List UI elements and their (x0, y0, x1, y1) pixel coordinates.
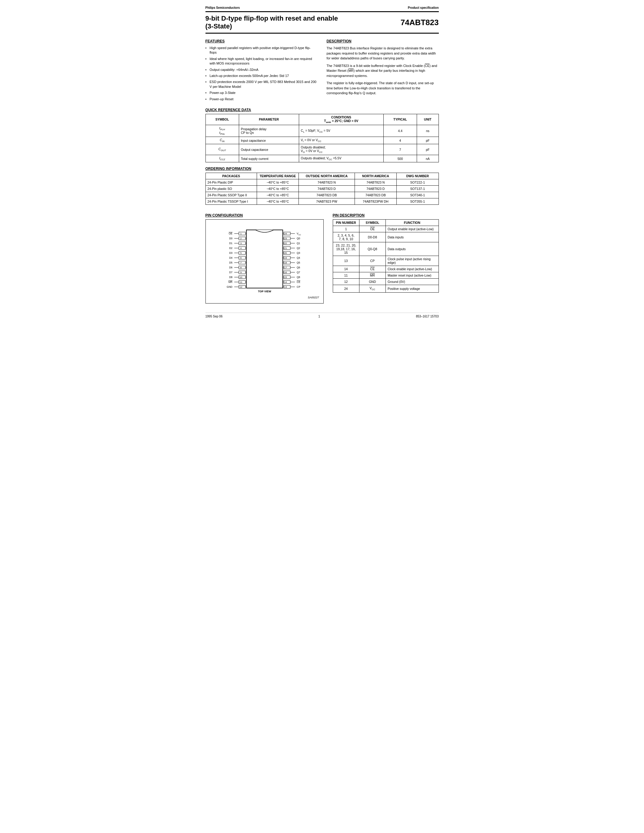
qrd-col-symbol: SYMBOL (206, 114, 239, 125)
svg-text:18: 18 (284, 261, 287, 264)
pin-diagram-svg: 1 OE 2 D0 3 D1 4 D2 5 (210, 224, 319, 294)
pin-number: 14 (333, 266, 359, 272)
svg-rect-26 (239, 261, 245, 264)
description-para-3: The register is fully edge-triggered. Th… (327, 80, 439, 96)
svg-text:4: 4 (240, 247, 242, 249)
svg-text:OE: OE (229, 232, 232, 235)
feature-item: High speed parallel registers with posit… (206, 46, 317, 55)
footer: 1995 Sep 06 1 853–1617 15703 (206, 313, 439, 318)
pin-symbol: Q0-Q8 (359, 242, 385, 256)
qrd-unit: nA (417, 155, 438, 162)
pin-description-column: PIN DESCRIPTION PIN NUMBER SYMBOL FUNCTI… (333, 209, 439, 304)
pin-symbol: MR (359, 272, 385, 279)
svg-text:3: 3 (240, 242, 242, 245)
footer-page: 1 (319, 315, 320, 318)
svg-text:1: 1 (240, 232, 242, 235)
qrd-col-typical: TYPICAL (383, 114, 417, 125)
svg-text:GND: GND (227, 285, 232, 288)
table-row: 24-Pin Plastic SSOP Type II −40°C to +85… (206, 192, 438, 198)
pin-section: PIN CONFIGURATION 1 OE 2 D0 (206, 209, 439, 304)
ord-na: 74ABT823 DB (354, 192, 396, 198)
svg-text:D4: D4 (229, 256, 232, 259)
qrd-conditions: CL = 50pF; VCC = 5V (299, 125, 383, 137)
footer-date: 1995 Sep 06 (206, 315, 223, 318)
svg-text:20: 20 (284, 252, 287, 254)
svg-text:D3: D3 (229, 251, 232, 254)
ord-na: 74ABT823 D (354, 186, 396, 192)
svg-text:Q1: Q1 (297, 242, 300, 245)
table-row: CIN Input capacitance VI = 0V or VCC 4 p… (206, 137, 438, 144)
part-number: 74ABT823 (401, 18, 439, 27)
svg-text:Q4: Q4 (297, 256, 300, 259)
pin-description-table: PIN NUMBER SYMBOL FUNCTION 1 OE Output e… (333, 219, 439, 292)
pin-description-title: PIN DESCRIPTION (333, 213, 439, 217)
svg-text:D2: D2 (229, 246, 232, 249)
main-title: 9-bit D-type flip-flop with reset and en… (206, 14, 338, 30)
table-row: 24-Pin Plastic TSSOP Type I −40°C to +85… (206, 198, 438, 205)
svg-text:Q3: Q3 (297, 251, 300, 254)
description-para-2: The 74ABT823 is a 9-bit wide buffered re… (327, 63, 439, 79)
svg-text:D8: D8 (229, 276, 232, 279)
qrd-typical: 4 (383, 137, 417, 144)
svg-text:14: 14 (284, 281, 287, 283)
qrd-parameter: Total supply current (239, 155, 299, 162)
svg-text:CE: CE (297, 280, 300, 283)
feature-item: ESD protection exceeds 2000 V per MIL ST… (206, 80, 317, 89)
pin-symbol: GND (359, 279, 385, 285)
svg-text:D0: D0 (229, 237, 232, 240)
ord-outside-na: 74ABT823 PW (299, 198, 355, 205)
table-row: 13 CP Clock pulse input (active rising e… (333, 256, 438, 266)
pin-symbol: OE (359, 226, 385, 232)
pin-col-function: FUNCTION (386, 220, 439, 226)
qrd-symbol: COUT (206, 144, 239, 155)
pin-number: 1 (333, 226, 359, 232)
ord-package: 24-Pin plastic SO (206, 186, 257, 192)
ord-package: 24-Pin Plastic DIP (206, 179, 257, 186)
feature-item: Power-up 3-State (206, 90, 317, 95)
features-column: FEATURES High speed parallel registers w… (206, 39, 317, 103)
doc-header: Philips Semiconductors Product specifica… (206, 6, 439, 10)
ordering-section: ORDERING INFORMATION PACKAGES TEMPERATUR… (206, 167, 439, 205)
svg-text:6: 6 (240, 257, 242, 259)
svg-rect-22 (239, 256, 245, 259)
svg-text:10: 10 (240, 276, 242, 279)
pin-symbol: D0-D8 (359, 232, 385, 242)
features-title: FEATURES (206, 39, 317, 43)
feature-item: Latch-up protection exceeds 500mA per Je… (206, 74, 317, 78)
pin-function: Ground (0V) (386, 279, 439, 285)
pin-col-symbol: SYMBOL (359, 220, 385, 226)
qrd-col-conditions: CONDITIONSTamb = 25°C; GND = 0V (299, 114, 383, 125)
description-column: DESCRIPTION The 74ABT823 Bus interface R… (327, 39, 439, 103)
svg-text:VCC: VCC (297, 232, 301, 236)
pin-function: Data inputs (386, 232, 439, 242)
pin-config-box: 1 OE 2 D0 3 D1 4 D2 5 (206, 219, 324, 304)
qrd-typical: 7 (383, 144, 417, 155)
ordering-title: ORDERING INFORMATION (206, 167, 439, 171)
ord-dwg: SOT355-1 (397, 198, 438, 205)
description-title: DESCRIPTION (327, 39, 439, 43)
feature-item: Ideal where high speed, light loading, o… (206, 57, 317, 66)
pin-symbol: CP (359, 256, 385, 266)
table-row: 2, 3, 4, 5, 6,7, 8, 9, 10 D0-D8 Data inp… (333, 232, 438, 242)
svg-text:7: 7 (240, 261, 242, 264)
svg-text:11: 11 (240, 281, 242, 283)
table-row: tPLHtPHL Propagation delayCP to Qn CL = … (206, 125, 438, 137)
svg-text:8: 8 (240, 266, 242, 269)
svg-text:24: 24 (284, 232, 287, 235)
ord-outside-na: 74ABT823 D (299, 186, 355, 192)
pin-number: 23, 22, 21, 20,19,18, 17, 16, 15 (333, 242, 359, 256)
pin-function: Output enable input (active-Low) (386, 226, 439, 232)
table-row: 24 VCC Positive supply voltage (333, 285, 438, 292)
quick-reference-title: QUICK REFERENCE DATA (206, 108, 439, 112)
table-row: 1 OE Output enable input (active-Low) (333, 226, 438, 232)
svg-text:17: 17 (284, 266, 287, 269)
table-row: ICCZ Total supply current Outputs disabl… (206, 155, 438, 162)
ord-col-temp: TEMPERATURE RANGE (257, 173, 298, 179)
svg-text:22: 22 (284, 242, 287, 245)
features-list: High speed parallel registers with posit… (206, 46, 317, 101)
table-row: 24-Pin plastic SO −40°C to +85°C 74ABT82… (206, 186, 438, 192)
qrd-parameter: Input capacitance (239, 137, 299, 144)
features-description-section: FEATURES High speed parallel registers w… (206, 39, 439, 103)
ord-dwg: SOT137-1 (397, 186, 438, 192)
svg-text:16: 16 (284, 271, 287, 274)
